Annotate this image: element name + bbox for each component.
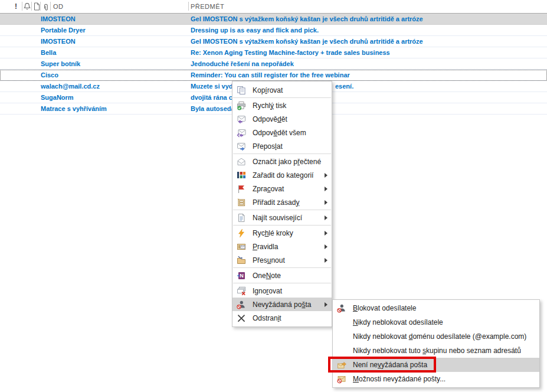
menu-item-label: Blokovat odesílatele	[353, 304, 416, 312]
quick-print-icon	[237, 101, 246, 110]
menu-item-odpovedet[interactable]: Odpovědět	[232, 112, 332, 126]
menu-item-label: Kopírovat	[253, 86, 283, 94]
block-sender-icon	[337, 303, 346, 313]
quick-steps-icon	[237, 228, 246, 238]
no-icon	[337, 346, 346, 355]
menu-item-ignorovat[interactable]: Ignorovat	[232, 284, 332, 298]
menu-item-blokovat-odesilatele[interactable]: Blokovat odesílatele	[333, 301, 539, 315]
sender: Portable Dryer	[41, 25, 86, 35]
reminder-bell-icon[interactable]	[23, 2, 31, 13]
menu-item-label: Přeposlat	[253, 142, 283, 151]
sender: Bella	[41, 47, 56, 58]
subject: Jednoduché řešení na nepořádek	[191, 58, 294, 69]
menu-item-label: Odpovědět všem	[253, 129, 306, 137]
menu-item-najit-souvisejici[interactable]: Najít související	[232, 211, 332, 224]
menu-item-priradit-zasady[interactable]: Přiřadit zásady	[232, 195, 332, 209]
menu-item-nikdy-neblokovat-odesilatele[interactable]: Nikdy neblokovat odesílatele	[333, 315, 539, 329]
menu-item-label: Přesunout	[253, 256, 285, 264]
menu-item-rychly-tisk[interactable]: Rychlý tisk	[232, 99, 332, 112]
menu-item-odpovedet-vsem[interactable]: Odpovědět všem	[232, 126, 332, 139]
no-icon	[337, 318, 346, 327]
header-separator	[31, 2, 32, 11]
delete-icon	[237, 313, 246, 323]
menu-item-label: Nevyžádaná pošta	[253, 300, 311, 309]
menu-item-odstranit[interactable]: Odstranit	[232, 311, 332, 325]
forward-icon	[237, 142, 246, 151]
outlook-message-list-view: ! OD PŘEDMĚT IMOSTEONGel IMOSTEON s výta…	[0, 0, 547, 392]
importance-column-header[interactable]: !	[15, 0, 17, 13]
submenu-arrow-icon	[325, 258, 327, 263]
list-header: ! OD PŘEDMĚT	[0, 0, 547, 14]
subject: dvojitá rána c	[191, 92, 232, 103]
rules-icon	[237, 242, 246, 251]
junk-icon	[237, 300, 246, 309]
header-separator	[40, 2, 41, 11]
submenu-arrow-icon	[325, 215, 327, 220]
menu-item-label: Zpracovat	[253, 185, 284, 193]
reply-icon	[237, 115, 246, 124]
menu-item-preposlat[interactable]: Přeposlat	[232, 139, 332, 153]
menu-item-rychle-kroky[interactable]: Rychlé kroky	[232, 226, 332, 240]
menu-item-label: Najít související	[253, 214, 302, 222]
submenu-arrow-icon	[325, 200, 327, 205]
move-icon	[237, 256, 246, 265]
menu-item-onenote[interactable]: NOneNote	[232, 269, 332, 282]
menu-item-nikdy-neblokovat-skupinu[interactable]: Nikdy neblokovat tuto skupinu nebo sezna…	[333, 344, 539, 358]
sender: walach@mail.cd.cz	[41, 81, 100, 92]
subject: Gel IMOSTEON s výtažkem koňský kaštan je…	[191, 14, 423, 24]
svg-text:N: N	[240, 273, 244, 279]
sender: SugaNorm	[41, 92, 74, 103]
message-row[interactable]: Portable DryerDressing up is as easy and…	[0, 25, 547, 36]
menu-separator	[233, 267, 331, 268]
submenu-arrow-icon	[325, 302, 327, 307]
mark-read-icon	[237, 157, 246, 166]
menu-item-presunout[interactable]: Přesunout	[232, 253, 332, 267]
sender: Cisco	[41, 70, 58, 80]
menu-item-nevyzadana-posta[interactable]: Nevyžádaná pošta	[232, 298, 332, 311]
message-row[interactable]: IMOSTEONGel IMOSTEON s výtažkem koňský k…	[0, 36, 547, 47]
menu-item-label: Nikdy neblokovat odesílatele	[353, 318, 443, 326]
junk-options-icon	[337, 374, 346, 384]
menu-item-label: Odpovědět	[253, 115, 287, 123]
reply-all-icon	[237, 128, 246, 138]
subject: Dressing up is as easy and flick and pic…	[191, 25, 319, 35]
menu-item-moznosti-nevyzadane-posty[interactable]: Možnosti nevyžádané pošty...	[333, 372, 539, 386]
subject: Gel IMOSTEON s výtažkem koňský kaštan je…	[191, 36, 423, 47]
find-related-icon	[237, 213, 246, 223]
annotation-red-box	[328, 357, 436, 373]
subject-column-header[interactable]: PŘEDMĚT	[191, 0, 224, 13]
menu-item-label: Ignorovat	[253, 287, 282, 295]
submenu-arrow-icon	[325, 244, 327, 249]
onenote-icon: N	[237, 271, 246, 280]
menu-item-zpracovat[interactable]: Zpracovat	[232, 182, 332, 195]
menu-separator	[233, 283, 331, 283]
from-column-header[interactable]: OD	[53, 0, 64, 13]
menu-item-nikdy-neblokovat-domenu[interactable]: Nikdy neblokovat doménu odesílatele (@ex…	[333, 329, 539, 344]
subject: Byla autoseda	[191, 103, 235, 114]
attachment-paperclip-icon[interactable]	[42, 3, 50, 14]
copy-icon	[237, 86, 246, 95]
follow-up-icon	[237, 184, 246, 194]
header-separator	[50, 2, 51, 11]
menu-item-label: Rychlé kroky	[253, 229, 293, 237]
menu-separator	[233, 210, 331, 210]
message-row[interactable]: BellaRe: Xenon Aging Testing Machine-fac…	[0, 47, 547, 58]
menu-item-label: Pravidla	[253, 243, 278, 251]
menu-item-kopirovat[interactable]: Kopírovat	[232, 83, 332, 97]
submenu-arrow-icon	[325, 231, 327, 236]
message-row[interactable]: CiscoReminder: You can still register fo…	[0, 70, 547, 81]
assign-policy-icon	[237, 198, 246, 207]
header-separator	[188, 2, 189, 11]
menu-item-label: Možnosti nevyžádané pošty...	[353, 375, 446, 383]
subject: Re: Xenon Aging Testing Machine-factory …	[191, 47, 390, 58]
sender: Super botník	[41, 58, 80, 69]
sender: Matrace s vyhříváním	[41, 103, 107, 114]
categorize-icon	[237, 171, 246, 180]
menu-item-zaradit-do-kategorii[interactable]: Zařadit do kategorií	[232, 168, 332, 182]
menu-item-pravidla[interactable]: Pravidla	[232, 240, 332, 253]
message-row[interactable]: IMOSTEONGel IMOSTEON s výtažkem koňský k…	[0, 14, 547, 25]
menu-item-oznacit-jako-prectene[interactable]: Označit jako přečtené	[232, 155, 332, 168]
subject: Muzete si vyd	[191, 81, 233, 92]
message-row[interactable]: Super botníkJednoduché řešení na nepořád…	[0, 58, 547, 70]
sender: IMOSTEON	[41, 36, 76, 47]
